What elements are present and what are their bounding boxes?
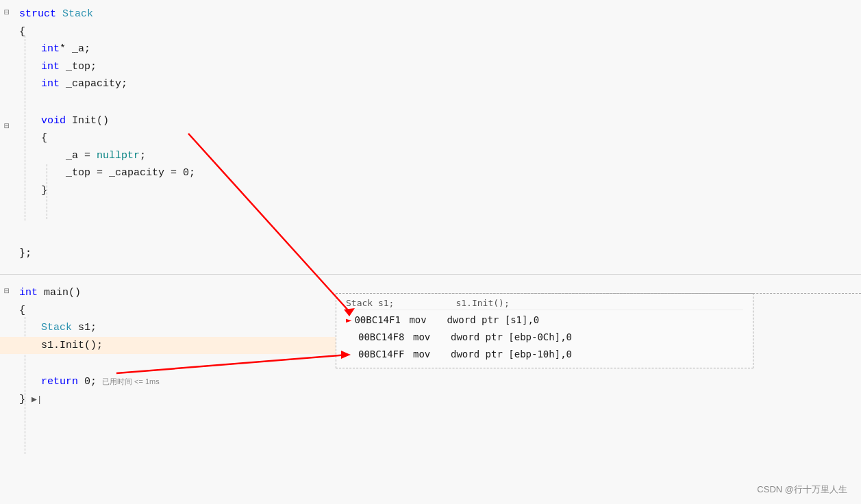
main-header-line: int main() — [0, 284, 342, 302]
active-arrow-icon: ► — [346, 312, 351, 329]
disasm-operand-3: dword ptr [ebp-10h],0 — [451, 346, 572, 363]
stack-s1-line: Stack s1; — [0, 319, 342, 337]
time-comment: 已用时间 <= 1ms — [102, 375, 160, 388]
disasm-mnem-2: mov — [413, 329, 451, 346]
section-divider — [0, 274, 861, 275]
continue-debug-icon[interactable]: ▶| — [32, 392, 42, 407]
assign-a-line: _a = nullptr; — [0, 147, 861, 165]
init-signature-line: void Init() — [0, 112, 861, 130]
struct-keyword: struct — [19, 5, 62, 23]
disasm-row-2: 00BC14F8 mov dword ptr [ebp-0Ch],0 — [346, 329, 743, 346]
disasm-addr-2: 00BC14F8 — [358, 329, 413, 346]
empty-line-1 — [0, 93, 861, 112]
disasm-mnem-3: mov — [413, 346, 451, 363]
disasm-header-col1: Stack s1; — [346, 298, 394, 308]
struct-name: Stack — [62, 5, 93, 23]
assign-top-line: _top = _capacity = 0; — [0, 164, 861, 182]
disasm-operand-2: dword ptr [ebp-0Ch],0 — [451, 329, 572, 346]
empty-line-2 — [0, 354, 342, 373]
disasm-panel: Stack s1; s1.Init(); ► 00BC14F1 mov dwor… — [336, 293, 753, 368]
field-a-line: int* _a; — [0, 40, 861, 58]
init-call-line: s1.Init(); — [0, 337, 342, 355]
struct-header-line: struct Stack — [0, 5, 861, 23]
main-open-brace: { — [0, 302, 342, 320]
disasm-header-col2: s1.Init(); — [456, 298, 509, 308]
init-close-brace: } — [0, 182, 861, 200]
watermark: CSDN @行十万里人生 — [757, 483, 847, 496]
disasm-mnem-1: mov — [409, 312, 447, 329]
disasm-row-1: ► 00BC14F1 mov dword ptr [s1],0 — [346, 312, 743, 329]
disasm-header: Stack s1; s1.Init(); — [346, 298, 743, 310]
disasm-top-border-ext — [336, 293, 861, 294]
disasm-addr-1: 00BC14F1 — [354, 312, 409, 329]
disasm-row-3: 00BC14FF mov dword ptr [ebp-10h],0 — [346, 346, 743, 363]
return-line: return 0; 已用时间 <= 1ms — [0, 373, 342, 391]
init-open-brace: { — [0, 129, 861, 147]
field-capacity-line: int _capacity; — [0, 75, 861, 93]
disasm-addr-3: 00BC14FF — [358, 346, 413, 363]
struct-open-brace: { — [0, 23, 861, 41]
code-editor: ⊟ struct Stack { int* _a; int _top; — [0, 0, 861, 504]
disasm-operand-1: dword ptr [s1],0 — [447, 312, 539, 329]
field-top-line: int _top; — [0, 58, 861, 76]
struct-close-line: }; — [19, 247, 32, 260]
main-close-brace: } ▶| — [0, 391, 342, 409]
